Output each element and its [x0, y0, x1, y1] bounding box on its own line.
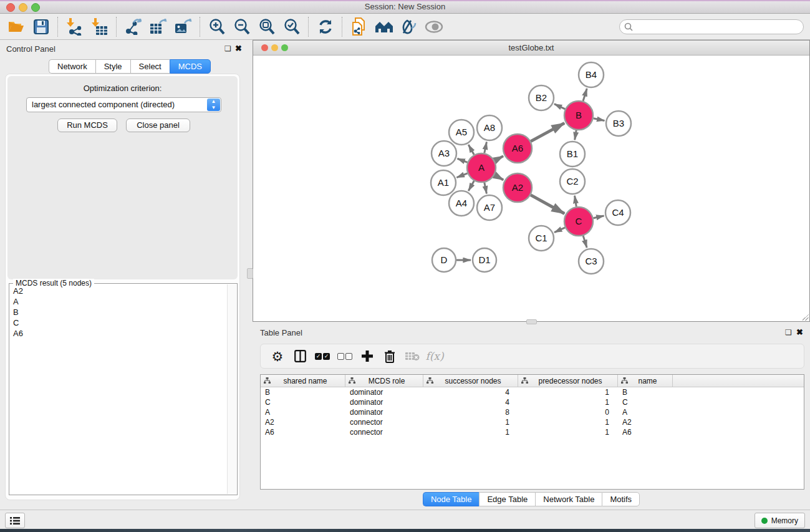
tab-mcds[interactable]: MCDS: [170, 59, 211, 74]
table-cell[interactable]: A2: [261, 417, 345, 427]
tab-node-table[interactable]: Node Table: [423, 492, 480, 506]
delete-table-icon[interactable]: [402, 347, 423, 365]
table-cell[interactable]: 4: [423, 397, 518, 407]
refresh-icon[interactable]: [315, 16, 336, 38]
window-resize-grip[interactable]: [803, 314, 809, 321]
graph-edge-A6-B[interactable]: [531, 123, 564, 141]
close-panel-button[interactable]: Close panel: [126, 118, 190, 132]
result-item[interactable]: A: [11, 297, 227, 307]
table-cell[interactable]: 1: [423, 417, 518, 427]
graph-edge-C-C4[interactable]: [593, 216, 604, 218]
select-all-rows-icon[interactable]: ✓✓: [312, 347, 333, 365]
export-table-icon[interactable]: [148, 16, 169, 38]
add-column-icon[interactable]: [357, 347, 378, 365]
import-table-icon[interactable]: [89, 16, 110, 38]
table-panel-close-icon[interactable]: ✖: [796, 327, 803, 337]
minimize-window-button[interactable]: [19, 3, 27, 12]
export-network-icon[interactable]: [123, 16, 144, 38]
graph-edge-A-A8[interactable]: [485, 142, 487, 153]
close-window-button[interactable]: [6, 3, 15, 12]
graph-edge-C-C1[interactable]: [554, 228, 565, 233]
tab-select[interactable]: Select: [130, 59, 170, 74]
table-cell[interactable]: B: [261, 387, 345, 397]
table-cell[interactable]: dominator: [345, 407, 423, 417]
graph-edge-C-C2[interactable]: [575, 196, 577, 207]
export-image-icon[interactable]: [173, 16, 194, 38]
graph-edge-A-A6[interactable]: [494, 156, 503, 160]
deselect-all-rows-icon[interactable]: [334, 347, 355, 365]
copy-style-icon[interactable]: [349, 16, 370, 38]
graph-edge-A-A1[interactable]: [456, 173, 467, 178]
table-cell[interactable]: dominator: [345, 387, 423, 397]
network-close-button[interactable]: [261, 44, 268, 51]
table-cell[interactable]: 1: [518, 387, 618, 397]
graph-edge-B-B3[interactable]: [594, 118, 605, 121]
tab-style[interactable]: Style: [95, 59, 130, 74]
delete-columns-icon[interactable]: [379, 347, 400, 365]
table-cell[interactable]: C: [618, 397, 673, 407]
show-hide-eye-icon[interactable]: [423, 16, 445, 38]
zoom-in-icon[interactable]: [206, 16, 228, 38]
paint-style-icon[interactable]: [398, 16, 420, 38]
zoom-out-icon[interactable]: [231, 16, 253, 38]
task-history-button[interactable]: [5, 513, 25, 528]
graph-edge-C-C3[interactable]: [583, 236, 587, 248]
table-cell[interactable]: 1: [518, 427, 618, 437]
table-cell[interactable]: connector: [345, 427, 423, 437]
network-minimize-button[interactable]: [271, 44, 278, 51]
import-network-icon[interactable]: [64, 16, 85, 38]
zoom-fit-icon[interactable]: [256, 16, 277, 38]
run-mcds-button[interactable]: Run MCDS: [57, 118, 117, 132]
function-builder-icon[interactable]: f(x): [424, 347, 445, 365]
result-item[interactable]: B: [11, 307, 227, 318]
result-scrollbar[interactable]: [227, 284, 236, 494]
table-cell[interactable]: connector: [345, 417, 423, 427]
tab-motifs[interactable]: Motifs: [602, 492, 640, 506]
show-columns-icon[interactable]: [289, 347, 311, 365]
table-row[interactable]: A6connector11A6: [261, 427, 804, 437]
zoom-selected-icon[interactable]: [281, 16, 302, 38]
tab-network[interactable]: Network: [49, 59, 95, 74]
table-row[interactable]: A2connector11A2: [261, 417, 804, 427]
table-options-icon[interactable]: ⚙: [267, 347, 288, 365]
table-cell[interactable]: A: [618, 407, 673, 417]
table-cell[interactable]: 1: [518, 397, 618, 407]
table-cell[interactable]: A2: [618, 417, 673, 427]
table-row[interactable]: Cdominator41C: [261, 397, 804, 407]
result-item[interactable]: A2: [11, 286, 227, 297]
table-cell[interactable]: 4: [423, 387, 518, 397]
result-item[interactable]: A6: [11, 329, 227, 339]
control-panel-close-icon[interactable]: ✖: [235, 44, 242, 53]
table-cell[interactable]: A: [261, 407, 345, 417]
table-row[interactable]: Adominator80A: [261, 407, 804, 417]
network-graph-canvas[interactable]: B4B2BB3A5A8A6B1A3AC2A1A2A4A7C4CC1DD1C3: [254, 55, 810, 321]
table-cell[interactable]: 1: [423, 427, 518, 437]
column-header-shared-name[interactable]: shared name: [261, 375, 345, 387]
table-cell[interactable]: A6: [618, 427, 673, 437]
bottom-splitter-handle[interactable]: [526, 319, 537, 324]
table-panel-float-icon[interactable]: ❏: [785, 328, 792, 337]
open-file-icon[interactable]: [6, 16, 27, 38]
column-header-MCDS-role[interactable]: MCDS role: [345, 375, 423, 387]
graph-edge-A-A3[interactable]: [457, 158, 467, 162]
save-session-icon[interactable]: [31, 16, 52, 38]
graph-edge-A2-C[interactable]: [531, 195, 564, 214]
table-cell[interactable]: dominator: [345, 397, 423, 407]
graph-edge-B-B1[interactable]: [575, 130, 577, 140]
graph-edge-A-A5[interactable]: [468, 145, 474, 155]
tab-edge-table[interactable]: Edge Table: [479, 492, 535, 506]
column-header-predecessor-nodes[interactable]: predecessor nodes: [518, 375, 618, 387]
network-window-titlebar[interactable]: testGlobe.txt: [253, 41, 809, 56]
memory-button[interactable]: Memory: [755, 513, 805, 528]
graph-edge-A-A2[interactable]: [494, 175, 503, 180]
table-cell[interactable]: C: [261, 397, 345, 407]
column-header-successor-nodes[interactable]: successor nodes: [423, 375, 518, 387]
left-splitter-handle[interactable]: [247, 268, 253, 279]
table-cell[interactable]: 8: [423, 407, 518, 417]
table-cell[interactable]: 1: [518, 417, 618, 427]
graph-edge-B-B2[interactable]: [554, 104, 565, 109]
control-panel-float-icon[interactable]: ❏: [224, 44, 231, 53]
result-item[interactable]: C: [11, 318, 227, 329]
graph-edge-A-A4[interactable]: [468, 181, 474, 191]
first-neighbors-icon[interactable]: [374, 16, 395, 38]
